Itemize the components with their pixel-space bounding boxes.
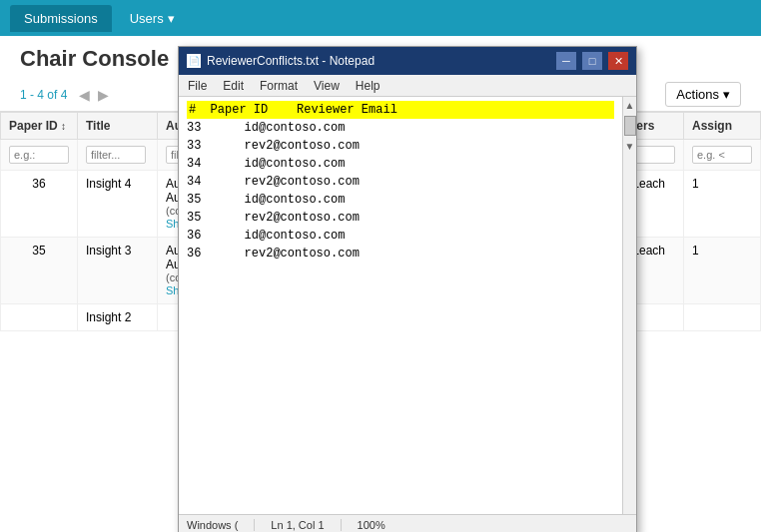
- scroll-down-icon[interactable]: ▼: [625, 138, 635, 155]
- actions-button-label: Actions: [676, 87, 719, 102]
- notepad-app-icon: 📄: [187, 54, 201, 68]
- cell-paper-id: 35: [1, 238, 78, 304]
- col-header-assign[interactable]: Assign: [684, 113, 761, 140]
- users-tab[interactable]: Users ▾: [116, 5, 189, 32]
- submissions-tab[interactable]: Submissions: [10, 5, 112, 32]
- notepad-data-row: 34 id@contoso.com: [187, 155, 614, 173]
- filter-title-input[interactable]: [86, 146, 146, 164]
- scroll-thumb[interactable]: [624, 116, 636, 136]
- notepad-data-row: 36 rev2@contoso.com: [187, 245, 614, 263]
- top-navigation: Submissions Users ▾: [0, 0, 761, 36]
- menu-format[interactable]: Format: [257, 78, 301, 94]
- pagination-info: 1 - 4 of 4: [20, 88, 67, 102]
- filter-assign-cell: [684, 140, 761, 171]
- notepad-content-area: # Paper ID Reviewer Email 33 id@contoso.…: [179, 97, 636, 514]
- cell-assign: [684, 304, 761, 331]
- notepad-zoom: 100%: [341, 519, 385, 531]
- cell-title: Insight 3: [78, 238, 158, 304]
- nav-right-icon[interactable]: ▶: [98, 87, 109, 103]
- notepad-position: Ln 1, Col 1: [254, 519, 324, 531]
- submissions-tab-label: Submissions: [24, 11, 98, 26]
- col-header-title[interactable]: Title: [78, 113, 158, 140]
- users-dropdown-icon: ▾: [168, 11, 175, 26]
- menu-view[interactable]: View: [311, 78, 343, 94]
- sort-icon: ↕: [61, 121, 66, 132]
- actions-button[interactable]: Actions ▾: [665, 82, 741, 107]
- cell-assign: 1: [684, 171, 761, 238]
- users-tab-label: Users: [130, 11, 164, 26]
- notepad-text-area[interactable]: # Paper ID Reviewer Email 33 id@contoso.…: [179, 97, 622, 514]
- actions-dropdown-icon: ▾: [723, 87, 730, 102]
- main-content: Chair Console 1 - 4 of 4 ◀ ▶ Actions ▾ P…: [0, 36, 761, 532]
- notepad-data-row: 33 rev2@contoso.com: [187, 137, 614, 155]
- notepad-scrollbar[interactable]: ▲ ▼: [622, 97, 636, 514]
- minimize-button[interactable]: ─: [556, 52, 576, 70]
- cell-paper-id: 36: [1, 171, 78, 238]
- menu-edit[interactable]: Edit: [220, 78, 247, 94]
- cell-title: Insight 4: [78, 171, 158, 238]
- notepad-header-row: # Paper ID Reviewer Email: [187, 101, 614, 119]
- notepad-encoding: Windows (: [187, 519, 238, 531]
- notepad-title-text: ReviewerConflicts.txt - Notepad: [207, 54, 550, 68]
- filter-title-cell: [78, 140, 158, 171]
- menu-file[interactable]: File: [185, 78, 210, 94]
- notepad-window: 📄 ReviewerConflicts.txt - Notepad ─ □ ✕ …: [178, 46, 637, 532]
- filter-assign-input[interactable]: [692, 146, 752, 164]
- close-button[interactable]: ✕: [608, 52, 628, 70]
- cell-paper-id: [1, 304, 78, 331]
- notepad-titlebar: 📄 ReviewerConflicts.txt - Notepad ─ □ ✕: [179, 47, 636, 75]
- scroll-up-icon[interactable]: ▲: [625, 97, 635, 114]
- cell-assign: 1: [684, 238, 761, 304]
- notepad-data-row: 35 rev2@contoso.com: [187, 209, 614, 227]
- filter-paper-id-cell: [1, 140, 78, 171]
- col-header-paper-id[interactable]: Paper ID ↕: [1, 113, 78, 140]
- nav-left-icon[interactable]: ◀: [79, 87, 90, 103]
- notepad-data-row: 35 id@contoso.com: [187, 191, 614, 209]
- maximize-button[interactable]: □: [582, 52, 602, 70]
- filter-paper-id-input[interactable]: [9, 146, 69, 164]
- notepad-data-row: 36 id@contoso.com: [187, 227, 614, 245]
- notepad-menubar: File Edit Format View Help: [179, 75, 636, 97]
- menu-help[interactable]: Help: [353, 78, 383, 94]
- notepad-data-row: 33 id@contoso.com: [187, 119, 614, 137]
- cell-title: Insight 2: [78, 304, 158, 331]
- notepad-data-row: 34 rev2@contoso.com: [187, 173, 614, 191]
- notepad-statusbar: Windows ( Ln 1, Col 1 100%: [179, 514, 636, 532]
